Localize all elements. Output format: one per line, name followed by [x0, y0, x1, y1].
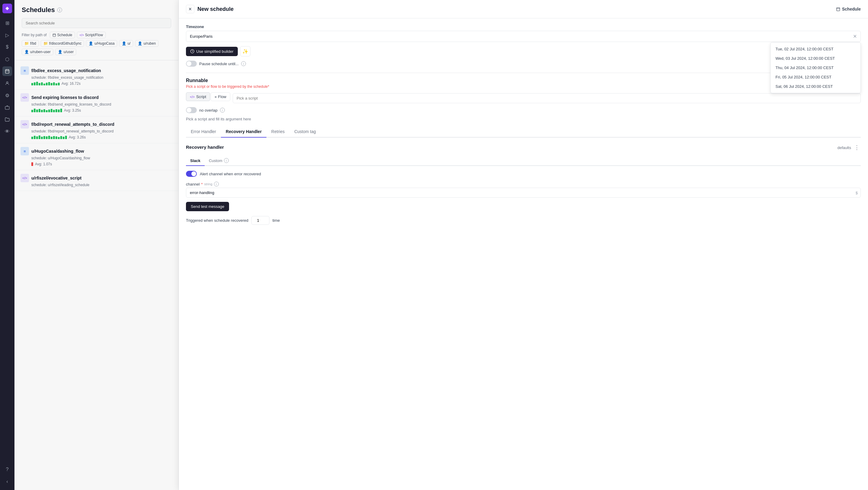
sidebar-item-billing[interactable]: $: [2, 42, 12, 52]
filter-tag-schedule[interactable]: Schedule: [50, 32, 75, 38]
channel-info-icon[interactable]: i: [214, 182, 219, 186]
filter-tag-scriptflow[interactable]: </> Script/Flow: [77, 32, 106, 38]
user-tag-user[interactable]: 👤u/user: [55, 49, 76, 55]
triggered-suffix: time: [273, 218, 280, 223]
recovery-header: Recovery handler defaults ⋮: [186, 144, 861, 151]
list-item[interactable]: ≡ f/bd/ee_excess_usage_notification sche…: [14, 63, 179, 90]
alert-label: Alert channel when error recovered: [200, 172, 261, 176]
script-icon: </>: [21, 120, 29, 128]
svg-rect-6: [53, 34, 56, 36]
alert-toggle[interactable]: [186, 171, 197, 177]
svg-point-4: [6, 82, 8, 83]
triggered-count-input[interactable]: [251, 216, 270, 225]
sidebar-item-users[interactable]: [2, 79, 12, 88]
simplified-builder-button[interactable]: Use simplified builder: [186, 47, 238, 56]
sub-tab-slack[interactable]: Slack: [186, 156, 205, 166]
send-test-message-button[interactable]: Send test message: [186, 202, 229, 211]
main-area: Schedules i Filter by path of Schedule <…: [14, 0, 868, 490]
page-title: Schedules i: [22, 6, 171, 14]
script-tab-icon: </>: [190, 95, 195, 99]
sidebar-item-folders[interactable]: [2, 115, 12, 124]
pause-info-icon[interactable]: i: [241, 61, 246, 66]
overlap-toggle[interactable]: [186, 107, 197, 113]
channel-input-wrapper: $: [186, 188, 861, 198]
sidebar-item-play[interactable]: ▷: [2, 30, 12, 40]
timezone-input[interactable]: Europe/Paris ✕: [186, 31, 861, 42]
list-item[interactable]: </> u/rfiszel/evocative_script schedule:…: [14, 170, 179, 191]
list-item[interactable]: ≡ u/HugoCasa/dashing_flow schedule: u/Hu…: [14, 143, 179, 170]
new-schedule-panel: ✕ New schedule Schedule Timezone Europe/…: [179, 0, 868, 490]
user-tag-ruben[interactable]: 👤u/ruben: [135, 40, 158, 47]
sidebar-item-collapse[interactable]: ‹: [2, 477, 12, 486]
filter-row: Filter by path of Schedule </> Script/Fl…: [22, 32, 171, 38]
recovery-handler-title: Recovery handler: [186, 145, 224, 150]
sidebar-item-home[interactable]: ⊞: [2, 18, 12, 28]
sub-tab-custom[interactable]: Custom i: [205, 156, 233, 166]
divider: [186, 73, 861, 73]
perf-bars: [31, 82, 60, 85]
tab-script[interactable]: </> Script: [186, 92, 210, 101]
date-item-4[interactable]: Sat, 06 Jul 2024, 12:00:00 CEST: [771, 82, 861, 91]
schedule-badge: Schedule: [836, 7, 861, 11]
timezone-label: Timezone: [186, 24, 861, 29]
user-tag-fbd[interactable]: 📁f/bd: [22, 40, 39, 47]
tab-flow[interactable]: ≡ Flow: [211, 92, 230, 101]
triggered-label: Triggered when schedule recovered: [186, 218, 248, 223]
sidebar-item-help[interactable]: ?: [2, 465, 12, 474]
date-item-3[interactable]: Fri, 05 Jul 2024, 12:00:00 CEST: [771, 73, 861, 82]
defaults-button[interactable]: defaults: [837, 145, 851, 150]
tab-custom-tag[interactable]: Custom tag: [289, 126, 321, 138]
panel-title: New schedule: [197, 6, 234, 12]
dollar-icon: $: [856, 191, 858, 195]
overlap-row: no overlap i: [186, 107, 861, 113]
filter-label: Filter by path of: [22, 33, 47, 37]
pause-row: Pause schedule until... i: [186, 61, 861, 67]
sidebar-item-packages[interactable]: [2, 103, 12, 112]
custom-info-icon[interactable]: i: [224, 158, 229, 163]
user-tag-hugocasa[interactable]: 👤u/HugoCasa: [86, 40, 117, 47]
pick-script-input[interactable]: [233, 93, 861, 103]
sidebar-item-schedules[interactable]: [2, 66, 12, 76]
close-button[interactable]: ✕: [186, 5, 194, 13]
pick-script-hint: Pick a script and fill its argument here: [186, 117, 861, 121]
clear-timezone-button[interactable]: ✕: [853, 33, 857, 39]
tab-retries[interactable]: Retries: [267, 126, 289, 138]
search-input[interactable]: [22, 18, 171, 28]
channel-type: string: [204, 182, 213, 186]
date-item-2[interactable]: Thu, 04 Jul 2024, 12:00:00 CEST: [771, 63, 861, 73]
script-icon: </>: [21, 174, 29, 182]
perf-bars: [31, 162, 33, 166]
list-item[interactable]: </> Send expiring licenses to discord sc…: [14, 90, 179, 116]
perf-row: Avg: 3.25s: [31, 108, 173, 113]
overlap-label: no overlap: [199, 108, 218, 113]
channel-label: channel* string i: [186, 182, 861, 186]
pause-label: Pause schedule until...: [199, 62, 239, 66]
title-info-icon[interactable]: i: [57, 7, 62, 12]
user-tag-fdiscord[interactable]: 📁f/discordGithubSync: [41, 40, 84, 47]
user-tags-row: 📁f/bd 📁f/discordGithubSync 👤u/HugoCasa 👤…: [22, 40, 171, 55]
more-options-button[interactable]: ⋮: [853, 144, 861, 151]
sidebar-logo[interactable]: [2, 4, 12, 13]
runnable-desc: Pick a script or flow to be triggered by…: [186, 85, 861, 89]
sidebar-item-settings[interactable]: ⚙: [2, 90, 12, 100]
sidebar-item-eye[interactable]: 👁: [2, 127, 12, 136]
user-tag-u[interactable]: 👤u/: [119, 40, 133, 47]
tab-error-handler[interactable]: Error Handler: [186, 126, 221, 138]
sidebar-item-integrations[interactable]: ⬡: [2, 54, 12, 64]
perf-bars: [31, 136, 67, 139]
channel-input[interactable]: [186, 188, 861, 198]
builder-row: Use simplified builder ✨: [186, 46, 861, 56]
handler-tabs: Error Handler Recovery Handler Retries C…: [186, 126, 861, 138]
date-item-0[interactable]: Tue, 02 Jul 2024, 12:00:00 CEST: [771, 45, 861, 54]
magic-button[interactable]: ✨: [240, 46, 250, 56]
pause-toggle[interactable]: [186, 61, 197, 67]
svg-rect-8: [837, 7, 840, 10]
date-item-1[interactable]: Wed, 03 Jul 2024, 12:00:00 CEST: [771, 54, 861, 63]
overlap-info-icon[interactable]: i: [220, 108, 225, 113]
flow-icon: ≡: [21, 66, 29, 75]
list-item[interactable]: </> f/bd/report_renewal_attempts_to_disc…: [14, 116, 179, 143]
tab-recovery-handler[interactable]: Recovery Handler: [221, 126, 267, 138]
perf-bars: [31, 109, 62, 112]
user-tag-ruben-user[interactable]: 👤u/ruben-user: [22, 49, 53, 55]
schedule-list: ≡ f/bd/ee_excess_usage_notification sche…: [14, 60, 179, 490]
